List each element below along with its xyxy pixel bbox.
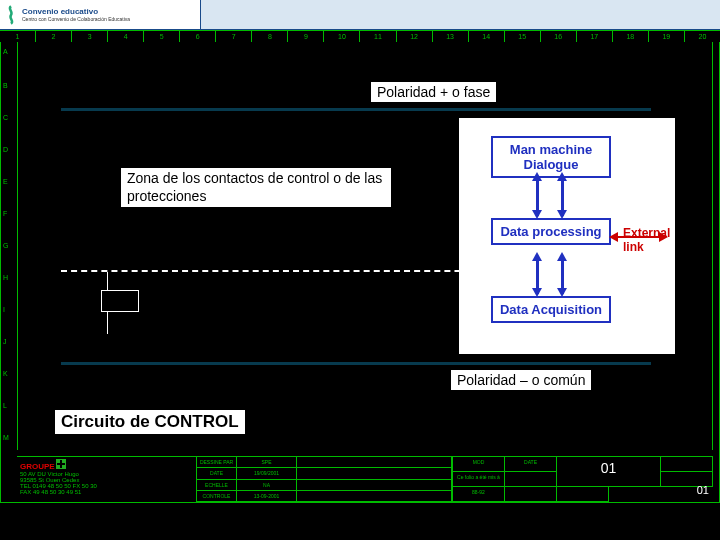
header-spacer <box>200 0 720 29</box>
ruler-col: 12 <box>396 31 432 42</box>
ruler-col: 15 <box>504 31 540 42</box>
schematic-canvas: A B C D E F G H I J K L M Polaridad + o … <box>0 42 720 502</box>
ruler-col: 13 <box>432 31 468 42</box>
tb-cell <box>297 468 452 479</box>
ruler-row: G <box>3 242 8 249</box>
tb-field-value: 88-92 <box>453 487 505 502</box>
ruler-col: 16 <box>540 31 576 42</box>
ruler-row: C <box>3 114 8 121</box>
medical-cross-icon <box>56 459 66 469</box>
slide-page-number: 01 <box>697 484 709 496</box>
ruler-col: 11 <box>359 31 395 42</box>
app-header: Convenio educativo Centro con Convenio d… <box>0 0 720 30</box>
label-polarity-negative: Polaridad – o común <box>451 370 591 390</box>
groupe-logo-text: GROUPE <box>20 462 55 471</box>
label-control-circuit: Circuito de CONTROL <box>55 410 245 434</box>
arrowhead-right-icon <box>659 232 668 242</box>
ruler-col: 5 <box>143 31 179 42</box>
ruler-row: M <box>3 434 9 441</box>
row-ruler: A B C D E F G H I J K L M <box>3 42 17 502</box>
tb-field-label: ECHELLE <box>197 480 237 491</box>
brand-block: Convenio educativo Centro con Convenio d… <box>0 0 200 29</box>
label-contact-zone: Zona de los contactos de control o de la… <box>121 168 391 207</box>
brand-subtitle: Centro con Convenio de Colaboración Educ… <box>22 16 130 22</box>
tb-cell <box>297 491 452 502</box>
tb-fax: FAX 49 48 50 30 49 51 <box>20 489 81 495</box>
ruler-row: D <box>3 146 8 153</box>
arrowhead-down-icon <box>557 288 567 297</box>
ruler-col: 10 <box>323 31 359 42</box>
ruler-row: B <box>3 82 8 89</box>
ruler-col: 8 <box>251 31 287 42</box>
column-ruler: 1 2 3 4 5 6 7 8 9 10 11 12 13 14 15 16 1… <box>0 30 720 42</box>
tb-cell <box>661 457 713 472</box>
ruler-row: L <box>3 402 7 409</box>
wire-stub <box>107 312 108 334</box>
ruler-col: 19 <box>648 31 684 42</box>
tb-field-label: CONTROLE PAR <box>197 491 237 502</box>
label-polarity-positive: Polaridad + o fase <box>371 82 496 102</box>
ruler-row: K <box>3 370 8 377</box>
footer-strip <box>0 502 720 540</box>
block-data-acquisition: Data Acquisition <box>491 296 611 323</box>
wire-stub <box>107 272 108 290</box>
ruler-row: H <box>3 274 8 281</box>
tb-cell <box>505 487 557 502</box>
ruler-col: 7 <box>215 31 251 42</box>
ruler-col: 20 <box>684 31 720 42</box>
ruler-row: J <box>3 338 7 345</box>
tb-note: Ce folio a été mis à jour le logiciel IG… <box>453 472 505 487</box>
bus-line-negative <box>61 362 651 365</box>
arrowhead-up-icon <box>557 172 567 181</box>
arrowhead-left-icon <box>609 232 618 242</box>
connector-line-external <box>615 236 661 238</box>
tb-field-label: DATE <box>505 457 557 472</box>
titleblock-revision: DESSINE PAR SPE DATE 19/09/2001 ECHELLE … <box>197 457 453 502</box>
ruler-col: 6 <box>179 31 215 42</box>
ruler-col: 18 <box>612 31 648 42</box>
tb-field-label: DESSINE PAR <box>197 457 237 468</box>
tb-field-label: DATE <box>197 468 237 479</box>
tb-cell <box>505 472 557 487</box>
tb-cell <box>297 480 452 491</box>
tb-field-value: 13-09-2001 <box>237 491 297 502</box>
ruler-col: 2 <box>35 31 71 42</box>
arrowhead-down-icon <box>532 210 542 219</box>
ruler-col: 17 <box>576 31 612 42</box>
plc-block-diagram: Man machine Dialogue Data processing Dat… <box>459 118 675 354</box>
brand-title: Convenio educativo <box>22 7 98 16</box>
drawing-title-block: GROUPE 50 AV DU Victor Hugo 93585 St Oue… <box>17 456 713 502</box>
titleblock-company: GROUPE 50 AV DU Victor Hugo 93585 St Oue… <box>17 457 197 502</box>
tb-field-value: NA <box>237 480 297 491</box>
ruler-row: F <box>3 210 7 217</box>
ruler-col: 14 <box>468 31 504 42</box>
arrowhead-down-icon <box>557 210 567 219</box>
arrowhead-up-icon <box>557 252 567 261</box>
ruler-row: I <box>3 306 5 313</box>
tb-field-value: SPE <box>237 457 297 468</box>
ruler-col: 3 <box>71 31 107 42</box>
block-man-machine-dialogue: Man machine Dialogue <box>491 136 611 178</box>
ruler-col: 9 <box>287 31 323 42</box>
tb-cell <box>557 487 609 502</box>
relay-coil-symbol <box>101 290 139 312</box>
ruler-col: 1 <box>0 31 35 42</box>
tb-page-number-large: 01 <box>557 457 661 487</box>
ruler-row: A <box>3 48 8 55</box>
block-data-processing: Data processing <box>491 218 611 245</box>
arrowhead-up-icon <box>532 252 542 261</box>
titleblock-sheet: MOD DATE 01 Ce folio a été mis à jour le… <box>453 457 713 502</box>
ruler-col: 4 <box>107 31 143 42</box>
arrowhead-down-icon <box>532 288 542 297</box>
schneider-logo-icon <box>4 5 18 25</box>
ruler-row: E <box>3 178 8 185</box>
tb-cell <box>297 457 452 468</box>
tb-field-label: MOD <box>453 457 505 472</box>
tb-field-value: 19/09/2001 <box>237 468 297 479</box>
arrowhead-up-icon <box>532 172 542 181</box>
bus-line-positive <box>61 108 651 111</box>
dashed-separator <box>61 270 521 272</box>
